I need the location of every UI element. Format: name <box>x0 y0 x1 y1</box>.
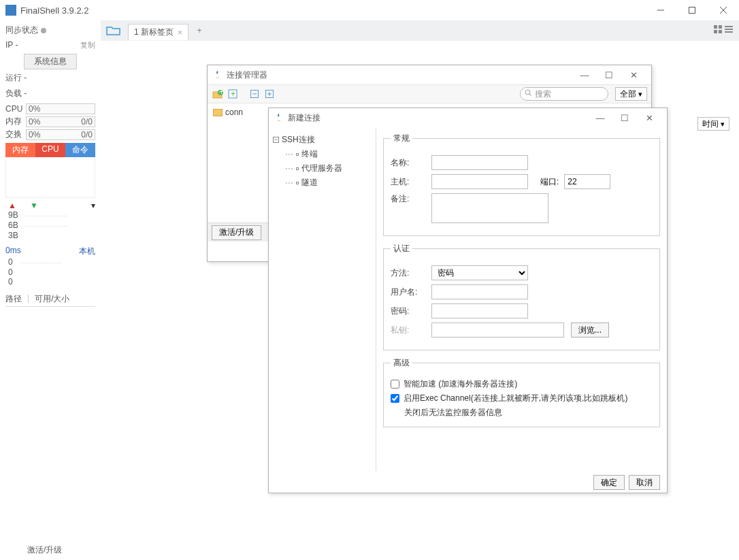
activate-link[interactable]: 激活/升级 <box>27 544 62 556</box>
open-folder-icon[interactable] <box>101 21 127 40</box>
svg-rect-1 <box>689 7 695 14</box>
tab-cpu[interactable]: CPU <box>35 143 65 157</box>
time-dropdown[interactable]: 时间 ▾ <box>697 117 729 131</box>
new-conn-tree: −SSH连接 ⋯终端 ⋯代理服务器 ⋯隧道 <box>269 127 376 471</box>
tab-command[interactable]: 命令 <box>65 143 95 157</box>
list-view-icon[interactable] <box>724 24 734 36</box>
cancel-button[interactable]: 取消 <box>629 475 660 490</box>
new-conn-title: 新建连接 <box>288 112 321 124</box>
chevron-down-icon[interactable]: ▾ <box>91 201 95 210</box>
privatekey-input <box>431 323 564 337</box>
ping-ms: 0ms <box>5 246 21 257</box>
host-input[interactable] <box>431 174 528 189</box>
new-tab-button[interactable]: + <box>193 26 206 35</box>
tab-1[interactable]: 1 新标签页 × <box>128 24 188 40</box>
download-arrow-icon: ▼ <box>30 201 38 210</box>
username-input[interactable] <box>431 284 528 299</box>
app-icon <box>5 5 16 16</box>
swap-bar: 0%0/0 <box>26 129 95 140</box>
app-title: FinalShell 3.9.2.2 <box>20 5 88 16</box>
svg-text:+: + <box>231 89 235 99</box>
password-input[interactable] <box>431 303 528 318</box>
exec-checkbox[interactable] <box>391 394 399 403</box>
conn-activate-button[interactable]: 激活/升级 <box>212 225 261 240</box>
cpu-label: CPU <box>5 104 26 114</box>
load-label: 负载 - <box>5 88 27 99</box>
svg-rect-6 <box>714 30 717 33</box>
new-connection-dialog: 新建连接 — ☐ ✕ −SSH连接 ⋯终端 ⋯代理服务器 ⋯隧道 常规 名称: <box>268 108 668 493</box>
close-button[interactable] <box>708 0 739 20</box>
cpu-bar: 0% <box>26 103 95 114</box>
auth-fieldset: 认证 方法: 密码 用户名: 密码: 私钥:浏览... <box>383 243 660 350</box>
conn-mgr-maximize[interactable]: ☐ <box>597 70 621 80</box>
tree-node-tunnel[interactable]: ⋯隧道 <box>285 176 372 190</box>
new-folder-icon[interactable]: + <box>212 88 224 100</box>
upload-arrow-icon: ▲ <box>8 201 16 210</box>
ok-button[interactable]: 确定 <box>593 475 625 490</box>
col-path[interactable]: 路径 <box>5 293 22 305</box>
conn-mgr-minimize[interactable]: — <box>572 70 597 80</box>
new-conn-close[interactable]: ✕ <box>637 113 661 123</box>
search-icon <box>525 89 532 99</box>
conn-mgr-close[interactable]: ✕ <box>621 70 646 80</box>
sync-status-dot <box>41 28 46 33</box>
svg-rect-4 <box>714 25 717 29</box>
svg-point-21 <box>525 90 530 95</box>
sync-status-label: 同步状态 <box>5 24 38 36</box>
svg-rect-7 <box>719 30 722 33</box>
new-conn-maximize[interactable]: ☐ <box>612 113 637 123</box>
advanced-fieldset: 高级 智能加速 (加速海外服务器连接) 启用Exec Channel(若连接上就… <box>383 357 660 427</box>
local-label: 本机 <box>79 246 95 257</box>
svg-line-22 <box>529 94 531 96</box>
minimize-button[interactable] <box>645 0 676 20</box>
collapse-icon[interactable] <box>248 88 261 100</box>
conn-search-input[interactable]: 搜索 <box>520 87 608 101</box>
name-input[interactable] <box>431 155 528 170</box>
process-chart <box>5 157 95 198</box>
mem-bar: 0%0/0 <box>26 116 95 127</box>
maximize-button[interactable] <box>676 0 708 20</box>
general-fieldset: 常规 名称: 主机: 端口: 备注: <box>383 133 660 236</box>
tree-node-terminal[interactable]: ⋯终端 <box>285 147 372 161</box>
run-label: 运行 - <box>5 72 27 84</box>
accel-checkbox[interactable] <box>391 380 399 389</box>
port-input[interactable] <box>564 174 610 189</box>
sidebar: 同步状态 IP -复制 系统信息 运行 - 负载 - CPU0% 内存0%0/0… <box>0 20 101 560</box>
method-select[interactable]: 密码 <box>431 265 528 280</box>
note-input[interactable] <box>431 193 548 223</box>
copy-ip-button[interactable]: 复制 <box>80 40 95 50</box>
mem-label: 内存 <box>5 116 26 127</box>
main-titlebar: FinalShell 3.9.2.2 <box>0 0 739 20</box>
browse-button[interactable]: 浏览... <box>571 323 609 337</box>
ip-label: IP - <box>5 40 18 50</box>
swap-label: 交换 <box>5 129 26 140</box>
tab-strip: 1 新标签页 × + <box>101 20 739 41</box>
java-icon <box>274 113 284 122</box>
svg-rect-5 <box>719 25 722 29</box>
grid-view-icon[interactable] <box>713 24 723 36</box>
new-conn-icon[interactable]: + <box>227 88 239 100</box>
conn-filter-dropdown[interactable]: 全部 ▾ <box>615 87 647 101</box>
new-conn-minimize[interactable]: — <box>588 113 612 123</box>
new-conn-form: 常规 名称: 主机: 端口: 备注: 认证 方法: <box>376 127 667 471</box>
main-area: 1 新标签页 × + 时间 ▾ 连接管理器 — ☐ ✕ <box>101 20 739 560</box>
folder-icon <box>213 109 223 116</box>
java-icon <box>213 70 223 80</box>
svg-text:+: + <box>219 90 223 97</box>
tab-close-icon[interactable]: × <box>178 28 182 37</box>
tree-node-ssh[interactable]: −SSH连接 <box>273 133 372 147</box>
system-info-button[interactable]: 系统信息 <box>24 54 77 69</box>
tab-memory[interactable]: 内存 <box>5 143 35 157</box>
col-size[interactable]: 可用/大小 <box>35 293 69 305</box>
conn-mgr-title: 连接管理器 <box>227 69 267 81</box>
expand-icon[interactable] <box>263 88 276 100</box>
tree-node-proxy[interactable]: ⋯代理服务器 <box>285 161 372 176</box>
